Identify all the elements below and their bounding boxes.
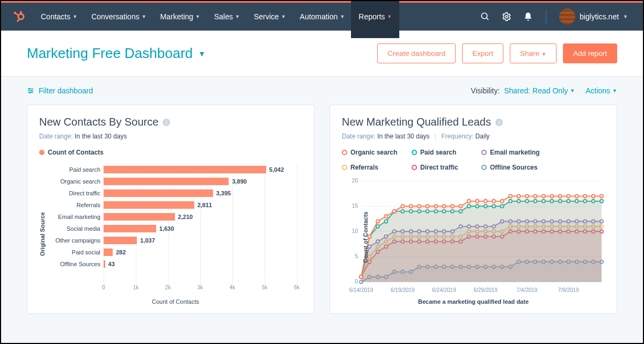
legend-dot-icon <box>412 150 417 155</box>
svg-point-204 <box>542 194 545 197</box>
create-dashboard-button[interactable]: Create dashboard <box>377 43 456 63</box>
svg-point-200 <box>509 194 512 197</box>
bar-row: 1,037 <box>104 237 297 244</box>
export-button[interactable]: Export <box>462 43 503 63</box>
sub-header: Filter dashboard Visibility: Shared: Rea… <box>1 77 643 105</box>
chevron-down-icon: ▼ <box>387 14 392 19</box>
visibility-label: Visibility: <box>471 86 500 95</box>
nav-item-contacts[interactable]: Contacts▼ <box>41 4 77 30</box>
nav-item-sales[interactable]: Sales▼ <box>214 4 240 30</box>
svg-point-7 <box>481 13 487 19</box>
svg-point-197 <box>484 200 487 203</box>
legend-item[interactable]: Paid search <box>412 149 471 156</box>
bar-row: 2,811 <box>104 201 297 209</box>
svg-point-201 <box>517 194 521 197</box>
nav-item-reports[interactable]: Reports▼ <box>351 0 399 38</box>
svg-point-182 <box>360 275 363 279</box>
svg-point-196 <box>475 200 479 203</box>
bar-row: 43 <box>104 260 297 268</box>
svg-point-189 <box>418 204 421 208</box>
svg-point-198 <box>492 200 495 203</box>
bar-value-label: 1,630 <box>159 225 174 232</box>
line-chart: Count of Contacts 051015206/14/20196/19/… <box>342 177 605 297</box>
bar-category-label: Direct traffic <box>49 190 100 196</box>
bar-category-label: Paid search <box>49 166 100 173</box>
y-axis-label: Original Source <box>39 164 46 305</box>
bar-fill[interactable] <box>104 178 229 185</box>
avatar <box>559 9 575 25</box>
notifications-bell-icon[interactable] <box>523 12 533 21</box>
search-icon[interactable] <box>480 12 490 21</box>
bar-fill[interactable] <box>104 237 137 244</box>
hubspot-logo-icon[interactable] <box>12 9 27 24</box>
filter-icon <box>27 87 34 94</box>
filter-dashboard-link[interactable]: Filter dashboard <box>27 86 93 95</box>
svg-point-210 <box>592 194 595 197</box>
nav-item-conversations[interactable]: Conversations▼ <box>91 4 146 30</box>
page-title: Marketing Free Dashboard <box>27 45 193 62</box>
svg-point-193 <box>451 204 454 208</box>
svg-line-6 <box>18 19 19 20</box>
settings-gear-icon[interactable] <box>502 12 511 21</box>
add-report-button[interactable]: Add report <box>563 43 617 63</box>
bar-fill[interactable] <box>104 248 113 256</box>
legend-item[interactable]: Organic search <box>342 149 401 156</box>
bar-row: 5,042 <box>104 166 297 173</box>
svg-point-209 <box>583 194 587 197</box>
account-name: biglytics.net <box>580 12 619 21</box>
bar-row: 2,210 <box>104 213 297 221</box>
chevron-down-icon: ▼ <box>142 14 147 19</box>
svg-point-207 <box>567 194 570 197</box>
svg-point-14 <box>31 90 32 91</box>
card-meta: Date range: In the last 30 days | Freque… <box>342 133 605 140</box>
share-button[interactable]: Share▼ <box>510 43 557 63</box>
info-icon[interactable]: i <box>163 119 170 126</box>
bar-category-label: Referrals <box>49 202 100 208</box>
svg-point-195 <box>467 200 471 203</box>
dashboard-title-dropdown[interactable]: Marketing Free Dashboard ▼ <box>27 45 206 62</box>
svg-text:7/4/2019: 7/4/2019 <box>517 287 538 293</box>
svg-point-211 <box>600 194 603 197</box>
bar-category-label: Social media <box>49 225 100 232</box>
svg-text:5: 5 <box>355 253 358 259</box>
svg-text:15: 15 <box>352 203 358 209</box>
account-menu[interactable]: biglytics.net ▼ <box>559 9 628 25</box>
svg-text:6/29/2019: 6/29/2019 <box>473 287 497 293</box>
nav-item-marketing[interactable]: Marketing▼ <box>160 4 200 30</box>
visibility-dropdown[interactable]: Shared: Read Only ▼ <box>504 86 575 95</box>
bar-category-label: Paid social <box>49 249 100 255</box>
bar-fill[interactable] <box>104 260 105 268</box>
chevron-down-icon: ▼ <box>612 88 617 93</box>
bar-fill[interactable] <box>104 213 175 221</box>
legend-dot-icon <box>481 150 487 155</box>
svg-point-192 <box>442 204 445 208</box>
legend-item[interactable]: Offline Sources <box>481 164 540 171</box>
legend-item[interactable]: Direct traffic <box>412 164 471 171</box>
nav-item-service[interactable]: Service▼ <box>254 4 286 30</box>
page-header: Marketing Free Dashboard ▼ Create dashbo… <box>1 31 643 77</box>
svg-point-184 <box>376 219 379 223</box>
info-icon[interactable]: i <box>495 119 503 126</box>
bar-category-label: Other campaigns <box>49 237 100 244</box>
top-nav: Contacts▼Conversations▼Marketing▼Sales▼S… <box>1 3 643 31</box>
svg-point-1 <box>20 11 22 13</box>
svg-text:20: 20 <box>352 178 358 184</box>
chevron-down-icon: ▼ <box>195 14 200 19</box>
actions-dropdown[interactable]: Actions ▼ <box>586 86 617 95</box>
bar-value-label: 3,890 <box>232 178 247 185</box>
chevron-down-icon: ▼ <box>281 14 286 19</box>
svg-text:0: 0 <box>355 279 358 284</box>
legend-item[interactable]: Referrals <box>342 164 401 171</box>
bar-fill[interactable] <box>104 166 266 173</box>
bar-row: 3,395 <box>104 189 297 197</box>
svg-point-206 <box>559 194 562 197</box>
nav-item-automation[interactable]: Automation▼ <box>300 4 345 30</box>
bar-fill[interactable] <box>104 189 213 197</box>
card-new-contacts-by-source: New Contacts By Source i Date range: In … <box>27 105 314 314</box>
bar-fill[interactable] <box>104 201 194 209</box>
legend-item[interactable]: Email marketing <box>481 149 540 156</box>
svg-point-185 <box>384 215 387 218</box>
chart-legend: Organic searchPaid searchEmail marketing… <box>342 149 605 171</box>
svg-point-13 <box>29 88 30 89</box>
bar-fill[interactable] <box>104 225 156 232</box>
